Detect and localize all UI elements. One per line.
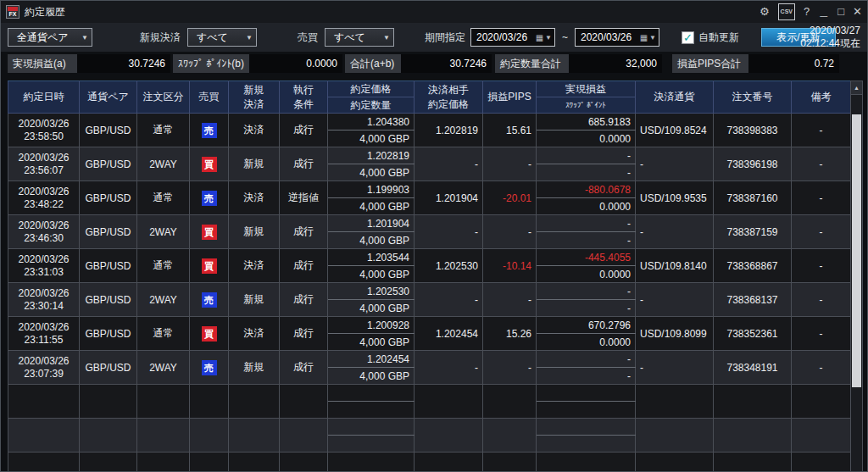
cell-new-close: 新規 [229,215,280,249]
side-badge: 売 [202,292,217,308]
check-icon: ✓ [683,32,693,43]
cell-realized-pl: 685.9183 [537,114,636,130]
cell-counter-price: 1.202454 [415,317,483,351]
new-close-select[interactable]: すべて ▼ [187,28,257,47]
cell-counter-price: 1.201904 [415,181,483,215]
cell-new-close: 決済 [229,181,280,215]
vertical-scrollbar[interactable]: ▲ [850,81,863,472]
col-header-settle-currency: 決済通貨 [636,81,714,114]
col-header-swap: ｽﾜｯﾌﾟ ﾎﾟｲﾝﾄ [537,97,636,114]
date-to-input[interactable]: 2020/03/26 ▦ ▼ [575,28,659,47]
date-range-separator: ~ [562,31,568,43]
minimize-icon[interactable]: ＿ [818,5,829,19]
cell-new-close: 決済 [229,249,280,283]
date-from-input[interactable]: 2020/03/26 ▦ ▼ [470,28,555,47]
cell-order-no: 738348191 [714,351,792,385]
cell-pair: GBP/USD [80,317,137,351]
cell-side: 買 [190,317,229,351]
cell-exec: 成行 [280,114,328,147]
csv-export-icon[interactable]: CSV [778,3,795,20]
help-icon[interactable]: ? [804,5,810,19]
cell-datetime: 2020/03/2623:11:55 [8,317,80,351]
cell-pips: - [483,215,537,249]
cell-swap: - [537,368,636,385]
cell-order-no: 738387159 [714,215,792,249]
side-select[interactable]: すべて ▼ [325,28,394,47]
cell-side: 売 [190,283,229,317]
cell-price: 1.200928 [328,317,415,334]
cell-note: - [792,317,851,351]
side-badge: 売 [202,191,217,206]
cell-order-no: 738352361 [714,317,792,351]
cell-note: - [792,147,851,181]
table-row: 2020/03/2623:31:03 GBP/USD 通常 買 決済 成行 1.… [8,249,851,266]
cell-pips: -10.14 [483,249,537,283]
filter-bar: 全通貨ペア ▼ 新規決済 すべて ▼ 売買 すべて ▼ 期間指定 2020/03… [1,23,867,52]
cell-order-type: 通常 [137,181,190,215]
cell-note: - [792,283,851,317]
table-row: 2020/03/2623:46:30 GBP/USD 2WAY 買 新規 成行 … [8,215,851,232]
cell-order-no: 738368867 [714,249,792,283]
col-header-pair: 通貨ペア [80,81,137,114]
cell-new-close: 新規 [229,283,280,317]
title-bar: FX 約定履歴 ⚙ CSV ? ＿ □ ✕ [1,1,867,23]
cell-counter-price: 1.202819 [415,114,483,147]
side-badge: 買 [202,326,217,342]
cell-new-close: 決済 [229,317,280,351]
cell-swap: 0.0000 [537,334,636,351]
cell-counter-price: - [415,147,483,181]
cell-price: 1.202530 [328,283,415,300]
col-header-side: 売買 [190,81,229,114]
maximize-icon[interactable]: □ [837,5,844,19]
cell-exec: 成行 [280,283,328,317]
cell-note: - [792,351,851,385]
chevron-down-icon: ▼ [81,34,88,42]
execution-history-table: 約定日時 通貨ペア 注文区分 売買 新規決済 執行条件 約定価格 決済相手約定価… [8,81,851,472]
scrollbar-thumb[interactable] [852,114,861,387]
cell-order-type: 2WAY [137,215,190,249]
cell-datetime: 2020/03/2623:56:07 [8,147,80,181]
cell-price: 1.199903 [328,181,415,198]
cell-exec: 成行 [280,249,328,283]
cell-qty: 4,000 GBP [328,368,415,385]
cell-realized-pl: - [537,215,636,232]
cell-counter-price: 1.202530 [415,249,483,283]
total-pips-label: 損益PIPS合計 [672,54,748,73]
empty-row [8,453,851,472]
settings-icon[interactable]: ⚙ [760,5,770,19]
cell-note: - [792,114,851,147]
side-label: 売買 [298,31,318,45]
cell-realized-pl: -445.4055 [537,249,636,266]
total-value: 30.7246 [401,54,492,73]
cell-price: 1.203544 [328,249,415,266]
table-row: 2020/03/2623:07:39 GBP/USD 2WAY 売 新規 成行 … [8,351,851,368]
cell-order-type: 通常 [137,249,190,283]
calendar-icon[interactable]: ▦ [536,33,543,42]
chevron-down-icon: ▼ [246,34,253,42]
cell-datetime: 2020/03/2623:46:30 [8,215,80,249]
col-header-note: 備考 [792,81,851,114]
empty-row [8,385,851,402]
col-header-order-type: 注文区分 [137,81,190,114]
cell-new-close: 新規 [229,351,280,385]
cell-pips: 15.26 [483,317,537,351]
currency-pair-select[interactable]: 全通貨ペア ▼ [8,28,92,47]
cell-settle-currency: - [636,283,714,317]
chevron-down-icon[interactable]: ▼ [545,34,552,42]
cell-swap: 0.0000 [537,198,636,215]
calendar-icon[interactable]: ▦ [640,33,648,42]
close-icon[interactable]: ✕ [853,5,862,19]
cell-pair: GBP/USD [80,249,137,283]
chevron-down-icon[interactable]: ▼ [649,34,656,42]
scroll-up-button[interactable]: ▲ [851,81,862,95]
cell-datetime: 2020/03/2623:07:39 [8,351,80,385]
history-table-area: 約定日時 通貨ペア 注文区分 売買 新規決済 執行条件 約定価格 決済相手約定価… [8,81,867,472]
col-header-new-close: 新規決済 [229,81,280,114]
total-pips-value: 0.72 [748,54,839,73]
empty-row [8,419,851,436]
swap-points-label: ｽﾜｯﾌﾟ ﾎﾟｲﾝﾄ(b) [173,54,249,73]
cell-price: 1.202819 [328,147,415,164]
cell-realized-pl: -880.0678 [537,181,636,198]
auto-update-checkbox[interactable]: ✓ 自動更新 [682,31,739,45]
col-header-exec-condition: 執行条件 [280,81,328,114]
